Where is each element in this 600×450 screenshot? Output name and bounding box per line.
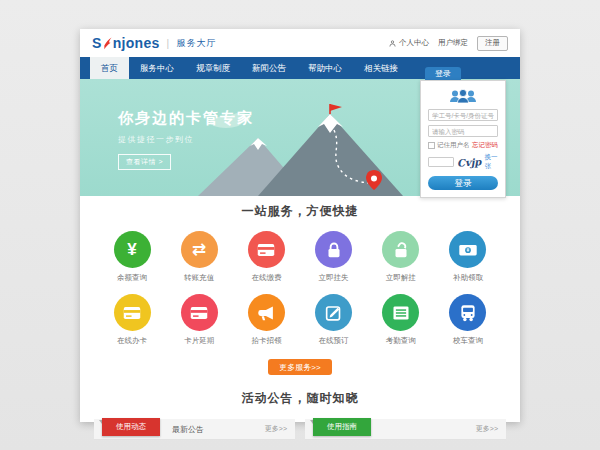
logo-text-s: S bbox=[92, 35, 102, 51]
users-icon bbox=[448, 87, 478, 105]
service-item[interactable]: 在线办卡 bbox=[104, 294, 160, 346]
service-item[interactable]: 校车查询 bbox=[440, 294, 496, 346]
bank-card-icon bbox=[114, 294, 151, 331]
captcha-refresh-link[interactable]: 换一张 bbox=[484, 153, 498, 171]
service-item[interactable]: ⇄ 转账充值 bbox=[171, 231, 227, 283]
announcements-section: 活动公告，随时知晓 使用动态 最新公告 更多>> 使用指南 更多>> bbox=[80, 390, 520, 440]
site-header: S njones | 服务大厅 个人中心 用户绑定 注册 bbox=[80, 29, 520, 57]
service-label: 转账充值 bbox=[171, 273, 227, 283]
desktop-background: S njones | 服务大厅 个人中心 用户绑定 注册 bbox=[0, 0, 600, 450]
announcement-panels: 使用动态 最新公告 更多>> 使用指南 更多>> bbox=[80, 419, 520, 440]
services-title: 一站服务，方便快捷 bbox=[80, 203, 520, 220]
portal-page: S njones | 服务大厅 个人中心 用户绑定 注册 bbox=[80, 29, 520, 422]
tab-usage-guide[interactable]: 使用指南 bbox=[313, 418, 371, 436]
personal-center-link[interactable]: 个人中心 bbox=[388, 38, 429, 48]
password-input[interactable] bbox=[428, 125, 498, 137]
announcement-panel-left: 使用动态 最新公告 更多>> bbox=[94, 419, 295, 440]
nav-item-service-center[interactable]: 服务中心 bbox=[129, 57, 185, 79]
service-item[interactable]: 卡片延期 bbox=[171, 294, 227, 346]
user-icon bbox=[388, 39, 397, 48]
tab-usage-news[interactable]: 使用动态 bbox=[102, 418, 160, 436]
service-label: 立即解挂 bbox=[373, 273, 429, 283]
site-subtitle: 服务大厅 bbox=[176, 37, 216, 50]
hero-banner: 你身边的卡管专家 提供捷径一步到位 查看详情 > 登录 bbox=[80, 79, 520, 196]
tab-latest-notices[interactable]: 最新公告 bbox=[172, 424, 204, 435]
captcha-input[interactable] bbox=[428, 157, 454, 167]
edit-icon bbox=[315, 294, 352, 331]
header-links: 个人中心 用户绑定 注册 bbox=[388, 36, 508, 51]
service-item[interactable]: 补助领取 bbox=[440, 231, 496, 283]
service-item[interactable]: 立即解挂 bbox=[373, 231, 429, 283]
login-button[interactable]: 登录 bbox=[428, 176, 498, 190]
yen-icon: ¥ bbox=[114, 231, 151, 268]
nav-item-rules[interactable]: 规章制度 bbox=[185, 57, 241, 79]
service-item[interactable]: ¥ 余额查询 bbox=[104, 231, 160, 283]
nav-item-help[interactable]: 帮助中心 bbox=[297, 57, 353, 79]
announcements-title: 活动公告，随时知晓 bbox=[80, 390, 520, 407]
service-label: 立即挂失 bbox=[306, 273, 362, 283]
announcement-panel-right: 使用指南 更多>> bbox=[305, 419, 506, 440]
services-section: 一站服务，方便快捷 ¥ 余额查询 ⇄ 转账充值 在线缴费 立即挂失 bbox=[80, 196, 520, 375]
service-label: 在线缴费 bbox=[238, 273, 294, 283]
bank-card-icon bbox=[248, 231, 285, 268]
list-icon bbox=[382, 294, 419, 331]
nav-item-home[interactable]: 首页 bbox=[90, 57, 129, 79]
banner-subtitle: 提供捷径一步到位 bbox=[118, 134, 254, 145]
unlock-icon bbox=[382, 231, 419, 268]
nav-item-links[interactable]: 相关链接 bbox=[353, 57, 409, 79]
login-form: 记住用户名 忘记密码 Cvjp 换一张 登录 bbox=[420, 80, 506, 198]
more-link[interactable]: 更多>> bbox=[265, 424, 287, 434]
service-label: 考勤查询 bbox=[373, 336, 429, 346]
more-link[interactable]: 更多>> bbox=[476, 424, 498, 434]
banknote-icon bbox=[449, 231, 486, 268]
transfer-icon: ⇄ bbox=[181, 231, 218, 268]
nav-item-news[interactable]: 新闻公告 bbox=[241, 57, 297, 79]
bank-card-icon bbox=[181, 294, 218, 331]
services-row-1: ¥ 余额查询 ⇄ 转账充值 在线缴费 立即挂失 立即解挂 bbox=[80, 231, 520, 283]
captcha-image[interactable]: Cvjp bbox=[457, 156, 482, 169]
service-label: 在线预订 bbox=[306, 336, 362, 346]
username-input[interactable] bbox=[428, 109, 498, 121]
register-button[interactable]: 注册 bbox=[477, 36, 508, 51]
site-logo: S njones | 服务大厅 bbox=[92, 35, 216, 51]
service-item[interactable]: 在线预订 bbox=[306, 294, 362, 346]
captcha-row: Cvjp 换一张 bbox=[428, 153, 498, 171]
logo-text-rest: njones bbox=[113, 35, 160, 51]
remember-label: 记住用户名 bbox=[437, 141, 470, 150]
service-label: 余额查询 bbox=[104, 273, 160, 283]
banner-title: 你身边的卡管专家 bbox=[118, 109, 254, 128]
service-item[interactable]: 立即挂失 bbox=[306, 231, 362, 283]
service-item[interactable]: 拾卡招领 bbox=[238, 294, 294, 346]
lock-icon bbox=[315, 231, 352, 268]
service-label: 在线办卡 bbox=[104, 336, 160, 346]
service-label: 校车查询 bbox=[440, 336, 496, 346]
user-binding-link[interactable]: 用户绑定 bbox=[438, 38, 468, 48]
service-label: 卡片延期 bbox=[171, 336, 227, 346]
login-panel: 登录 记住用户名 忘记密码 Cvjp bbox=[420, 67, 506, 198]
service-label: 拾卡招领 bbox=[238, 336, 294, 346]
banner-cta-button[interactable]: 查看详情 > bbox=[118, 154, 171, 170]
logo-bolt-icon bbox=[103, 37, 112, 50]
service-item[interactable]: 考勤查询 bbox=[373, 294, 429, 346]
service-item[interactable]: 在线缴费 bbox=[238, 231, 294, 283]
forgot-password-link[interactable]: 忘记密码 bbox=[472, 141, 498, 150]
banner-text-block: 你身边的卡管专家 提供捷径一步到位 查看详情 > bbox=[118, 109, 254, 170]
remember-checkbox[interactable] bbox=[428, 142, 435, 149]
login-options: 记住用户名 忘记密码 bbox=[428, 141, 498, 150]
megaphone-icon bbox=[248, 294, 285, 331]
more-services-button[interactable]: 更多服务>> bbox=[268, 359, 332, 375]
service-label: 补助领取 bbox=[440, 273, 496, 283]
login-tab[interactable]: 登录 bbox=[425, 67, 461, 80]
logo-divider: | bbox=[167, 38, 170, 49]
bus-icon bbox=[449, 294, 486, 331]
services-row-2: 在线办卡 卡片延期 拾卡招领 在线预订 考勤查询 bbox=[80, 294, 520, 346]
